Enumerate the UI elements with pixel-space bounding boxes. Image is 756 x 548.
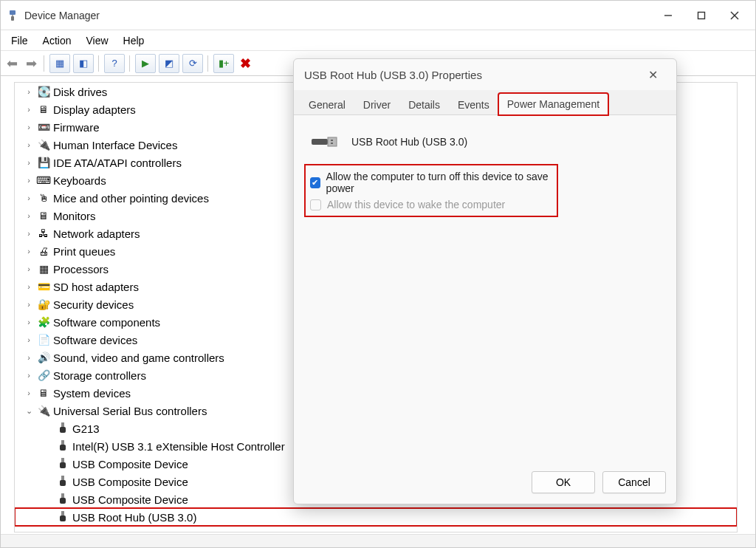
help-button[interactable]: ? xyxy=(104,54,125,73)
chevron-right-icon: › xyxy=(24,211,35,220)
chevron-right-icon: › xyxy=(24,335,35,344)
svg-rect-17 xyxy=(61,511,64,516)
tree-label: Print queues xyxy=(52,245,115,258)
allow-wake-option: Allow this device to wake the computer xyxy=(310,196,552,213)
scan-button[interactable]: ▶ xyxy=(135,54,156,73)
device-category-icon: 🔊 xyxy=(35,352,52,363)
update-driver-button[interactable]: ◩ xyxy=(159,54,179,73)
dialog-close-button[interactable]: ✕ xyxy=(639,64,666,86)
show-hidden-button[interactable]: ▦ xyxy=(49,54,70,73)
usb-device-icon xyxy=(55,422,71,434)
tree-label: Firmware xyxy=(52,121,100,134)
tree-child-node[interactable]: USB Root Hub (USB 3.0) xyxy=(15,508,737,526)
tree-label: Disk drives xyxy=(52,86,107,98)
chevron-right-icon: › xyxy=(24,371,35,380)
cancel-button[interactable]: Cancel xyxy=(602,471,666,493)
svg-rect-1 xyxy=(11,16,14,21)
svg-rect-13 xyxy=(61,476,64,480)
tree-label: Sound, video and game controllers xyxy=(52,352,224,364)
ok-button[interactable]: OK xyxy=(532,471,595,493)
tree-label: G213 xyxy=(71,422,100,435)
tree-label: Mice and other pointing devices xyxy=(52,192,209,205)
svg-rect-20 xyxy=(328,137,337,146)
menu-view[interactable]: View xyxy=(78,32,115,49)
option-label: Allow the computer to turn off this devi… xyxy=(326,171,552,194)
tree-label: Human Interface Devices xyxy=(52,139,177,151)
device-category-icon: 🧩 xyxy=(35,316,52,328)
chevron-right-icon: › xyxy=(24,247,35,256)
chevron-right-icon: › xyxy=(24,123,35,131)
svg-rect-12 xyxy=(60,462,66,468)
refresh-button[interactable]: ⟳ xyxy=(182,54,203,73)
device-category-icon: 🖨 xyxy=(35,245,52,257)
checkbox-checked-icon[interactable]: ✔ xyxy=(310,177,320,188)
chevron-right-icon: › xyxy=(24,300,35,309)
tree-label: System devices xyxy=(52,387,131,400)
device-category-icon: 🖥 xyxy=(35,210,52,222)
svg-rect-7 xyxy=(61,422,64,427)
svg-rect-22 xyxy=(331,143,333,144)
usb-device-icon xyxy=(55,493,71,505)
horizontal-scrollbar[interactable] xyxy=(1,534,755,547)
tree-label: USB Root Hub (USB 3.0) xyxy=(71,511,196,524)
tree-label: USB Composite Device xyxy=(71,476,188,488)
device-category-icon: ⌨ xyxy=(35,174,52,186)
properties-button[interactable]: ◧ xyxy=(73,54,94,73)
window-title: Device Manager xyxy=(24,10,100,21)
add-legacy-button[interactable]: ▮+ xyxy=(213,54,234,73)
maximize-button[interactable] xyxy=(684,4,718,27)
tab-details[interactable]: Details xyxy=(399,94,449,115)
usb-icon: 🔌 xyxy=(35,405,52,417)
tree-label: Universal Serial Bus controllers xyxy=(52,405,207,417)
allow-turn-off-option[interactable]: ✔ Allow the computer to turn off this de… xyxy=(310,168,552,196)
svg-rect-21 xyxy=(331,140,333,141)
svg-rect-14 xyxy=(60,480,66,486)
minimize-button[interactable] xyxy=(651,4,684,27)
usb-device-icon xyxy=(55,476,71,487)
chevron-right-icon: › xyxy=(24,353,35,362)
tree-label: USB Composite Device xyxy=(71,458,188,470)
usb-device-icon xyxy=(55,458,71,470)
close-button[interactable] xyxy=(718,4,751,27)
chevron-right-icon: › xyxy=(24,193,35,202)
tree-label: Software components xyxy=(52,316,160,329)
dialog-title: USB Root Hub (USB 3.0) Properties xyxy=(304,69,482,81)
tree-label: Display adapters xyxy=(52,103,136,116)
chevron-right-icon: › xyxy=(24,87,35,96)
device-category-icon: 🖧 xyxy=(35,227,52,239)
tree-label: Network adapters xyxy=(52,227,140,240)
device-category-icon: 💾 xyxy=(35,157,52,168)
tree-label: USB Composite Device xyxy=(71,493,188,506)
chevron-right-icon: › xyxy=(24,282,35,291)
properties-dialog: USB Root Hub (USB 3.0) Properties ✕ Gene… xyxy=(293,58,677,504)
tree-label: Intel(R) USB 3.1 eXtensible Host Control… xyxy=(71,440,285,453)
tree-label: Security devices xyxy=(52,298,134,311)
menu-file[interactable]: File xyxy=(4,32,35,49)
tab-power-management[interactable]: Power Management xyxy=(498,93,608,115)
chevron-right-icon: › xyxy=(24,140,35,149)
tab-general[interactable]: General xyxy=(300,94,354,115)
device-category-icon: 📄 xyxy=(35,334,52,346)
device-category-icon: 📼 xyxy=(35,121,52,133)
svg-rect-15 xyxy=(61,493,64,498)
forward-button[interactable]: ➡ xyxy=(23,54,39,73)
svg-rect-0 xyxy=(10,10,16,15)
menu-help[interactable]: Help xyxy=(116,32,152,49)
usb-plug-icon xyxy=(310,131,341,152)
chevron-right-icon: › xyxy=(24,318,35,326)
svg-rect-10 xyxy=(60,445,66,451)
device-category-icon: ▦ xyxy=(35,263,52,275)
chevron-right-icon: › xyxy=(24,229,35,238)
tab-driver[interactable]: Driver xyxy=(354,94,399,115)
menubar: File Action View Help xyxy=(1,30,755,51)
device-category-icon: 🖥 xyxy=(35,103,52,115)
back-button[interactable]: ⬅ xyxy=(4,54,20,73)
chevron-right-icon: › xyxy=(24,264,35,273)
uninstall-button[interactable]: ✖ xyxy=(237,54,253,73)
menu-action[interactable]: Action xyxy=(35,32,79,49)
svg-rect-11 xyxy=(61,458,64,462)
tab-events[interactable]: Events xyxy=(449,94,498,115)
chevron-right-icon: › xyxy=(24,176,35,185)
svg-rect-4 xyxy=(698,12,704,18)
option-label: Allow this device to wake the computer xyxy=(327,199,505,210)
